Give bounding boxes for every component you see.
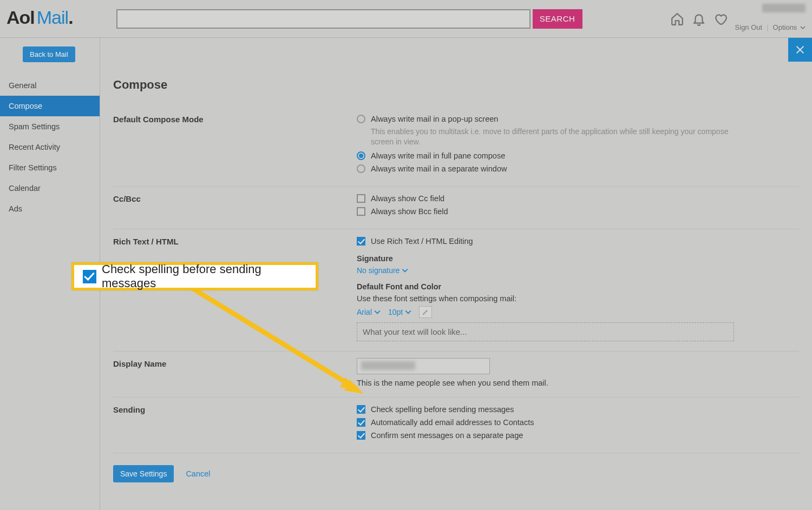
user-block: Sign Out | Options xyxy=(735,4,806,31)
display-name-redacted xyxy=(361,361,415,370)
radio-fullpane-label: Always write mail in full pane compose xyxy=(371,150,505,161)
font-family-dropdown[interactable]: Arial xyxy=(357,308,381,316)
chevron-down-icon xyxy=(374,309,381,315)
back-to-mail-button[interactable]: Back to Mail xyxy=(23,47,75,62)
page-title: Compose xyxy=(113,78,799,92)
sidebar-item-ads[interactable]: Ads xyxy=(0,198,100,219)
sidebar-item-general[interactable]: General xyxy=(0,75,100,96)
heart-icon[interactable] xyxy=(713,12,728,26)
close-button[interactable] xyxy=(788,38,812,62)
help-popup: This enables you to multitask i.e. move … xyxy=(371,127,736,147)
pencil-icon xyxy=(422,309,429,315)
radio-newwindow[interactable] xyxy=(357,164,365,173)
font-size-dropdown[interactable]: 10pt xyxy=(388,308,411,316)
logo-aol: Aol xyxy=(6,7,35,28)
sign-out-link[interactable]: Sign Out xyxy=(735,23,763,31)
radio-popup[interactable] xyxy=(357,115,365,123)
label-sending: Sending xyxy=(113,404,357,443)
checkbox-bcc-label: Always show Bcc field xyxy=(371,206,448,217)
close-icon xyxy=(794,44,806,56)
options-menu[interactable]: Options xyxy=(773,23,806,31)
search-button[interactable]: SEARCH xyxy=(533,9,582,29)
chevron-down-icon xyxy=(402,267,408,274)
sidebar-item-compose[interactable]: Compose xyxy=(0,96,100,116)
signature-dropdown[interactable]: No signature xyxy=(357,266,408,275)
home-icon[interactable] xyxy=(670,12,684,26)
callout-checkbox xyxy=(83,270,96,283)
callout-highlight: Check spelling before sending messages xyxy=(71,262,318,290)
chevron-down-icon xyxy=(800,25,806,30)
section-ccbcc: Cc/Bcc Always show Cc field Always show … xyxy=(113,187,799,229)
sidebar-nav: General Compose Spam Settings Recent Act… xyxy=(0,75,100,219)
search-wrap: SEARCH xyxy=(116,9,582,29)
sidebar-item-spam[interactable]: Spam Settings xyxy=(0,116,100,137)
cancel-link[interactable]: Cancel xyxy=(186,469,210,478)
bell-icon[interactable] xyxy=(692,12,706,26)
checkbox-bcc[interactable] xyxy=(357,207,365,216)
font-color-button[interactable] xyxy=(419,306,432,318)
radio-newwindow-label: Always write mail in a separate window xyxy=(371,163,507,174)
topbar-right: Sign Out | Options xyxy=(670,0,806,38)
heading-font: Default Font and Color xyxy=(357,282,736,291)
heading-signature: Signature xyxy=(357,254,736,263)
username-redacted xyxy=(762,4,806,12)
radio-popup-label: Always write mail in a pop-up screen xyxy=(371,114,498,124)
sidebar-item-calendar[interactable]: Calendar xyxy=(0,178,100,198)
section-sending: Sending Check spelling before sending me… xyxy=(113,398,799,453)
checkbox-spellcheck-label: Check spelling before sending messages xyxy=(371,404,514,415)
checkbox-richtext-label: Use Rich Text / HTML Editing xyxy=(371,236,473,247)
footer-actions: Save Settings Cancel xyxy=(113,465,799,482)
font-help: Use these font settings when composing m… xyxy=(357,294,736,303)
top-icons xyxy=(670,12,728,26)
section-display-name: Display Name This is the name people see… xyxy=(113,352,799,398)
search-input[interactable] xyxy=(116,9,531,29)
font-preview: What your text will look like... xyxy=(357,322,734,341)
section-compose-mode: Default Compose Mode Always write mail i… xyxy=(113,107,799,187)
sidebar-item-recent[interactable]: Recent Activity xyxy=(0,137,100,157)
logo-dot: . xyxy=(68,7,73,28)
checkbox-confirm-sent-label: Confirm sent messages on a separate page xyxy=(371,430,523,441)
save-button[interactable]: Save Settings xyxy=(113,465,174,482)
chevron-down-icon xyxy=(405,309,411,315)
logo-mail: Mail xyxy=(37,7,68,28)
label-display-name: Display Name xyxy=(113,358,357,387)
callout-label: Check spelling before sending messages xyxy=(102,262,316,290)
sidebar-item-filter[interactable]: Filter Settings xyxy=(0,157,100,178)
checkbox-auto-contacts[interactable] xyxy=(357,418,365,427)
radio-fullpane[interactable] xyxy=(357,151,365,160)
display-name-help: This is the name people see when you sen… xyxy=(357,379,736,387)
label-compose-mode: Default Compose Mode xyxy=(113,114,357,176)
section-richtext: Rich Text / HTML Use Rich Text / HTML Ed… xyxy=(113,229,799,352)
checkbox-cc-label: Always show Cc field xyxy=(371,193,444,204)
logo[interactable]: Aol Mail . xyxy=(6,7,95,30)
checkbox-richtext[interactable] xyxy=(357,237,365,246)
checkbox-auto-contacts-label: Automatically add email addresses to Con… xyxy=(371,417,534,428)
top-bar: Aol Mail . SEARCH Sign Out | Options xyxy=(0,0,812,38)
checkbox-cc[interactable] xyxy=(357,194,365,203)
checkbox-spellcheck[interactable] xyxy=(357,405,365,414)
checkbox-confirm-sent[interactable] xyxy=(357,431,365,440)
label-ccbcc: Cc/Bcc xyxy=(113,193,357,219)
